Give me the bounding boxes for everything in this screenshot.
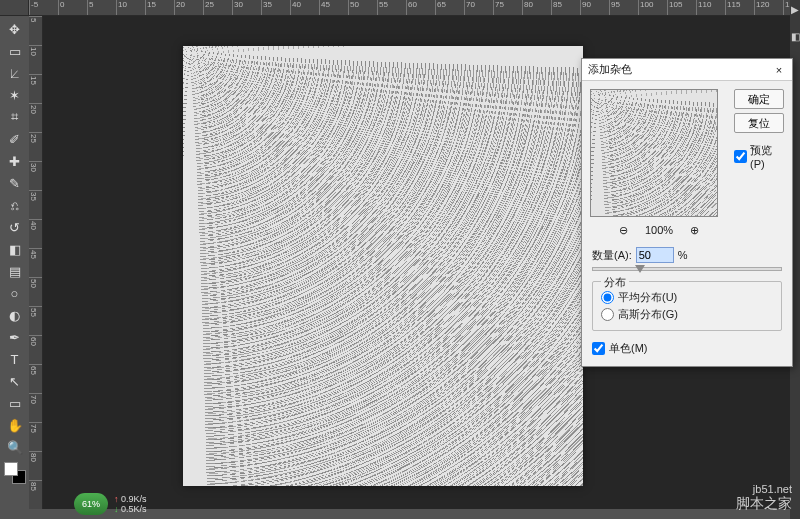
noise-preview bbox=[590, 89, 718, 217]
ruler-tick: 10 bbox=[116, 0, 145, 15]
eyedropper-tool[interactable]: ✐ bbox=[3, 128, 27, 150]
download-badge[interactable]: 61% bbox=[74, 493, 108, 515]
distribution-title: 分布 bbox=[601, 275, 629, 290]
dodge-tool[interactable]: ◐ bbox=[3, 304, 27, 326]
ruler-tick: 45 bbox=[29, 248, 42, 277]
lasso-tool[interactable]: ⟀ bbox=[3, 62, 27, 84]
ruler-tick: 20 bbox=[174, 0, 203, 15]
blur-tool[interactable]: ○ bbox=[3, 282, 27, 304]
ruler-tick: 100 bbox=[638, 0, 667, 15]
ruler-tick: 20 bbox=[29, 103, 42, 132]
ruler-tick: 25 bbox=[29, 132, 42, 161]
ruler-horizontal: -505101520253035404550556065707580859095… bbox=[29, 0, 790, 16]
uniform-label: 平均分布(U) bbox=[618, 290, 677, 305]
ruler-tick: 70 bbox=[29, 393, 42, 422]
foreground-color-swatch[interactable] bbox=[4, 462, 18, 476]
hand-tool[interactable]: ✋ bbox=[3, 414, 27, 436]
amount-unit: % bbox=[678, 249, 688, 261]
watermark-cn: 脚本之家 bbox=[736, 495, 792, 513]
ruler-tick: 75 bbox=[29, 422, 42, 451]
document-canvas[interactable] bbox=[183, 46, 583, 486]
marquee-tool[interactable]: ▭ bbox=[3, 40, 27, 62]
ok-button[interactable]: 确定 bbox=[734, 89, 784, 109]
ruler-tick: 90 bbox=[580, 0, 609, 15]
preview-label: 预览(P) bbox=[750, 143, 784, 170]
ruler-tick: 30 bbox=[232, 0, 261, 15]
uniform-radio[interactable] bbox=[601, 291, 614, 304]
ruler-tick: 50 bbox=[348, 0, 377, 15]
ruler-tick: 65 bbox=[435, 0, 464, 15]
panel-toggle-icon[interactable]: ◧ bbox=[791, 31, 800, 42]
ruler-tick: 60 bbox=[29, 335, 42, 364]
ruler-tick: 85 bbox=[29, 480, 42, 509]
ruler-tick: 50 bbox=[29, 277, 42, 306]
zoom-in-icon[interactable]: ⊕ bbox=[687, 223, 701, 237]
ruler-tick: 70 bbox=[464, 0, 493, 15]
ruler-tick: 35 bbox=[261, 0, 290, 15]
gradient-tool[interactable]: ▤ bbox=[3, 260, 27, 282]
reset-button[interactable]: 复位 bbox=[734, 113, 784, 133]
toolbox: ✥▭⟀✶⌗✐✚✎⎌↺◧▤○◐✒T↖▭✋🔍 bbox=[0, 16, 29, 509]
play-icon[interactable]: ▶ bbox=[791, 4, 799, 15]
slider-thumb[interactable] bbox=[635, 265, 645, 273]
ruler-tick: 80 bbox=[522, 0, 551, 15]
amount-label: 数量(A): bbox=[592, 248, 632, 263]
ruler-tick: 40 bbox=[29, 219, 42, 248]
shape-tool[interactable]: ▭ bbox=[3, 392, 27, 414]
taskbar-widget: 61% ↑ 0.9K/s ↓ 0.5K/s bbox=[74, 493, 147, 515]
ruler-tick: 85 bbox=[551, 0, 580, 15]
ruler-tick: 15 bbox=[145, 0, 174, 15]
history-brush-tool[interactable]: ↺ bbox=[3, 216, 27, 238]
eraser-tool[interactable]: ◧ bbox=[3, 238, 27, 260]
move-tool[interactable]: ✥ bbox=[3, 18, 27, 40]
ruler-tick: -5 bbox=[29, 0, 58, 15]
monochrome-checkbox[interactable] bbox=[592, 342, 605, 355]
dialog-title: 添加杂色 bbox=[588, 62, 632, 77]
distribution-group: 分布 平均分布(U) 高斯分布(G) bbox=[592, 281, 782, 331]
gaussian-radio[interactable] bbox=[601, 308, 614, 321]
ruler-tick: 120 bbox=[754, 0, 783, 15]
amount-slider[interactable] bbox=[592, 267, 782, 271]
type-tool[interactable]: T bbox=[3, 348, 27, 370]
ruler-tick: 35 bbox=[29, 190, 42, 219]
ruler-tick: 75 bbox=[493, 0, 522, 15]
healing-tool[interactable]: ✚ bbox=[3, 150, 27, 172]
zoom-level: 100% bbox=[645, 224, 673, 236]
uniform-row[interactable]: 平均分布(U) bbox=[601, 290, 773, 305]
ruler-tick: 125 bbox=[783, 0, 790, 15]
gaussian-row[interactable]: 高斯分布(G) bbox=[601, 307, 773, 322]
ruler-tick: 15 bbox=[29, 74, 42, 103]
zoom-tool[interactable]: 🔍 bbox=[3, 436, 27, 458]
ruler-tick: 65 bbox=[29, 364, 42, 393]
ruler-tick: 110 bbox=[696, 0, 725, 15]
ruler-tick: 115 bbox=[725, 0, 754, 15]
crop-tool[interactable]: ⌗ bbox=[3, 106, 27, 128]
quick-select-tool[interactable]: ✶ bbox=[3, 84, 27, 106]
net-speed: ↑ 0.9K/s ↓ 0.5K/s bbox=[114, 494, 147, 514]
preview-checkbox[interactable] bbox=[734, 150, 747, 163]
ruler-tick: 5 bbox=[29, 16, 42, 45]
add-noise-dialog: 添加杂色 × ⊖ 100% ⊕ 确定 复位 预览(P) 数量(A): % bbox=[581, 58, 793, 367]
ruler-tick: 45 bbox=[319, 0, 348, 15]
pen-tool[interactable]: ✒ bbox=[3, 326, 27, 348]
ruler-tick: 0 bbox=[58, 0, 87, 15]
ruler-tick: 105 bbox=[667, 0, 696, 15]
zoom-out-icon[interactable]: ⊖ bbox=[617, 223, 631, 237]
gaussian-label: 高斯分布(G) bbox=[618, 307, 678, 322]
stamp-tool[interactable]: ⎌ bbox=[3, 194, 27, 216]
ruler-tick: 60 bbox=[406, 0, 435, 15]
close-icon[interactable]: × bbox=[772, 63, 786, 77]
noise-preview-content bbox=[183, 46, 583, 486]
ruler-tick: 30 bbox=[29, 161, 42, 190]
ruler-tick: 55 bbox=[29, 306, 42, 335]
ruler-tick: 40 bbox=[290, 0, 319, 15]
dialog-titlebar[interactable]: 添加杂色 × bbox=[582, 59, 792, 81]
color-swatches[interactable] bbox=[4, 462, 26, 484]
amount-input[interactable] bbox=[636, 247, 674, 263]
watermark-url: jb51.net bbox=[736, 483, 792, 495]
ruler-vertical: 510152025303540455055606570758085 bbox=[29, 16, 43, 509]
preview-checkbox-row[interactable]: 预览(P) bbox=[734, 143, 784, 170]
ruler-tick: 55 bbox=[377, 0, 406, 15]
path-tool[interactable]: ↖ bbox=[3, 370, 27, 392]
brush-tool[interactable]: ✎ bbox=[3, 172, 27, 194]
